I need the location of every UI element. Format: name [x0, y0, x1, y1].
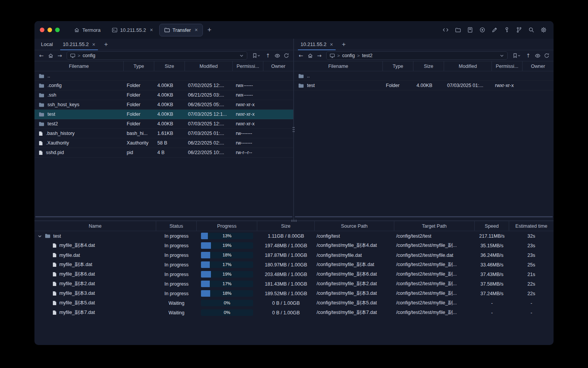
path-breadcrumb[interactable]: >config — [67, 51, 247, 60]
file-row-bash-history[interactable]: .bash_historybash_hi...1.61KB07/03/2025 … — [34, 129, 293, 138]
window-tab-10-211-55-2[interactable]: 10.211.55.2× — [107, 24, 158, 36]
new-panel-tab-button[interactable]: + — [338, 41, 350, 48]
close-tab-icon[interactable]: × — [195, 27, 198, 33]
toolbar-branch-button[interactable] — [514, 25, 524, 34]
refresh-button[interactable] — [282, 51, 291, 60]
column-header-filename[interactable]: Filename — [294, 61, 383, 71]
column-header-owner[interactable]: Owner — [263, 61, 293, 71]
minimize-window-button[interactable] — [47, 28, 52, 32]
column-header-filename[interactable]: Filename — [34, 61, 124, 71]
toolbar-record-button[interactable] — [478, 25, 487, 34]
path-breadcrumb[interactable]: >config>test2 — [326, 51, 508, 60]
transfer-row-myfile-7-dat[interactable]: myfile_副本7.datWaiting0%0 B / 1.00GB/conf… — [34, 308, 554, 317]
refresh-button[interactable] — [542, 51, 551, 60]
transfer-column-header-size[interactable]: Size — [257, 221, 315, 231]
breadcrumb-item-config[interactable]: config — [342, 53, 355, 58]
transfer-row-myfile-4-dat[interactable]: myfile_副本4.datIn progress19%197.48MB / 1… — [34, 241, 554, 250]
column-header-size[interactable]: Size — [154, 61, 185, 71]
new-window-tab-button[interactable]: + — [203, 26, 216, 33]
chevron-down-icon[interactable] — [239, 53, 244, 58]
file-row-item[interactable]: .. — [294, 71, 554, 81]
file-row-test[interactable]: testFolder4.00KB07/03/2025 12:1...rwxr-x… — [34, 110, 293, 119]
bookmark-button[interactable] — [510, 51, 524, 60]
file-row-test2[interactable]: test2Folder4.00KB07/03/2025 12:...rwxr-x… — [34, 119, 293, 129]
file-row-item[interactable]: .. — [34, 71, 293, 81]
column-header-modified[interactable]: Modified — [185, 61, 233, 71]
parent-directory-button[interactable]: ↑ — [263, 51, 273, 60]
parent-directory-button[interactable]: ↑ — [524, 51, 533, 60]
transfer-column-header-name[interactable]: Name — [34, 221, 156, 231]
transfer-column-header-estimated-time[interactable]: Estimated time — [509, 221, 554, 231]
panel-splitter[interactable] — [293, 39, 294, 220]
progress-bar: 19% — [201, 242, 253, 249]
desktop-background: Termora10.211.55.2×Transfer× + Local10.2… — [0, 0, 588, 368]
forward-button[interactable]: → — [315, 51, 324, 60]
file-row-config[interactable]: .configFolder4.00KB07/02/2025 12:...rwx-… — [34, 81, 293, 90]
horizontal-scrollbar[interactable] — [35, 216, 292, 217]
column-header-modified[interactable]: Modified — [444, 61, 492, 71]
column-header-permissi[interactable]: Permissi... — [233, 61, 263, 71]
show-hidden-files-button[interactable] — [273, 51, 282, 60]
panel-tab-local[interactable]: Local — [36, 39, 58, 50]
toolbar-settings-button[interactable] — [539, 25, 548, 34]
close-tab-icon[interactable]: × — [150, 27, 153, 33]
file-size-cell: 4.00KB — [154, 121, 185, 127]
transfer-row-myfile-6-dat[interactable]: myfile_副本6.datIn progress19%203.48MB / 1… — [34, 269, 554, 279]
filename-label: test — [47, 112, 55, 117]
transfer-column-header-status[interactable]: Status — [156, 221, 197, 231]
horizontal-scrollbar[interactable] — [295, 216, 553, 217]
transfer-row-myfile-5-dat[interactable]: myfile_副本5.datWaiting0%0 B / 1.00GB/conf… — [34, 298, 554, 308]
forward-button[interactable]: → — [55, 51, 64, 60]
toolbar-log-button[interactable] — [466, 25, 475, 34]
transfer-row-myfile-3-dat[interactable]: myfile_副本3.datIn progress18%189.52MB / 1… — [34, 289, 554, 298]
transfer-table-header: NameStatusProgressSizeSource PathTarget … — [34, 221, 554, 231]
file-type-cell: Xauthority — [124, 140, 154, 146]
breadcrumb-item-test2[interactable]: test2 — [362, 53, 372, 58]
file-row-ssh[interactable]: .sshFolder4.00KB06/21/2025 03:...rwx----… — [34, 90, 293, 100]
file-row-sshd-pid[interactable]: sshd.pidpid4 B06/22/2025 10:...rw-r--r-- — [34, 148, 293, 158]
window-tab-transfer[interactable]: Transfer× — [159, 24, 203, 36]
transfer-row-test[interactable]: testIn progress13%1.11GB / 8.00GB/config… — [34, 231, 554, 241]
show-hidden-files-button[interactable] — [533, 51, 542, 60]
transfer-splitter[interactable] — [34, 220, 554, 221]
chevron-down-icon[interactable] — [38, 234, 42, 238]
toolbar-edit-button[interactable] — [490, 25, 499, 34]
toolbar-key-button[interactable] — [502, 25, 511, 34]
toolbar-code-button[interactable] — [441, 25, 450, 34]
close-tab-icon[interactable]: × — [92, 42, 95, 47]
toolbar-folder-button[interactable] — [453, 25, 462, 34]
transfer-row-myfile-2-dat[interactable]: myfile_副本2.datIn progress17%181.43MB / 1… — [34, 279, 554, 289]
home-button[interactable] — [46, 51, 55, 60]
bookmark-button[interactable] — [250, 51, 263, 60]
file-row-test[interactable]: testFolder4.00KB07/03/2025 01:...rwxr-xr… — [294, 81, 554, 90]
transfer-column-header-target-path[interactable]: Target Path — [394, 221, 475, 231]
transfer-row-myfile-dat[interactable]: myfile.datIn progress18%187.87MB / 1.00G… — [34, 250, 554, 260]
file-row-ssh-host-keys[interactable]: ssh_host_keysFolder4.00KB06/26/2025 05:.… — [34, 100, 293, 110]
column-header-permissi[interactable]: Permissi... — [492, 61, 523, 71]
panel-tab-10-211-55-2[interactable]: 10.211.55.2× — [296, 39, 338, 50]
file-row-xauthority[interactable]: .XauthorityXauthority58 B06/22/2025 02:.… — [34, 138, 293, 148]
column-header-owner[interactable]: Owner — [523, 61, 554, 71]
column-header-size[interactable]: Size — [413, 61, 444, 71]
home-button[interactable] — [305, 51, 315, 60]
back-button[interactable]: ← — [37, 51, 46, 60]
panel-tab-10-211-55-2[interactable]: 10.211.55.2× — [58, 39, 100, 50]
column-header-type[interactable]: Type — [383, 61, 413, 71]
chevron-down-icon[interactable] — [500, 53, 504, 58]
new-panel-tab-button[interactable]: + — [100, 41, 112, 48]
close-tab-icon[interactable]: × — [330, 42, 333, 47]
transfer-column-header-source-path[interactable]: Source Path — [315, 221, 394, 231]
folder-icon — [164, 27, 170, 33]
maximize-window-button[interactable] — [55, 28, 60, 32]
arrow-up-icon: ↑ — [266, 53, 270, 58]
window-tab-termora[interactable]: Termora — [69, 24, 106, 36]
breadcrumb-item-config[interactable]: config — [83, 53, 95, 58]
transfer-column-header-speed[interactable]: Speed — [475, 221, 509, 231]
back-button[interactable]: ← — [296, 51, 305, 60]
filename-cell: test2 — [34, 121, 124, 127]
close-window-button[interactable] — [40, 28, 44, 32]
transfer-column-header-progress[interactable]: Progress — [197, 221, 257, 231]
toolbar-search-button[interactable] — [527, 25, 536, 34]
transfer-row-myfile-dat[interactable]: myfile_副本.datIn progress17%180.97MB / 1.… — [34, 260, 554, 269]
column-header-type[interactable]: Type — [124, 61, 154, 71]
